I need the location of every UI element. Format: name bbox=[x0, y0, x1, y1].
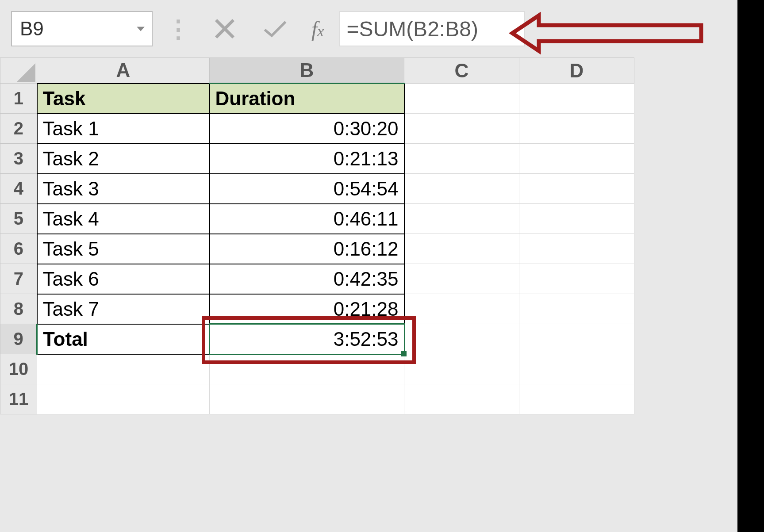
svg-marker-0 bbox=[137, 27, 145, 31]
cell-D10[interactable] bbox=[519, 354, 634, 384]
cell-C10[interactable] bbox=[404, 354, 519, 384]
name-box[interactable]: B9 bbox=[11, 11, 153, 46]
check-icon bbox=[263, 16, 288, 41]
cell-D9[interactable] bbox=[519, 324, 634, 354]
cell-A11[interactable] bbox=[37, 384, 210, 414]
row-header-10[interactable]: 10 bbox=[0, 354, 37, 384]
cell-D5[interactable] bbox=[519, 204, 634, 234]
cell-D11[interactable] bbox=[519, 384, 634, 414]
chevron-down-icon[interactable] bbox=[136, 24, 146, 34]
row-header-3[interactable]: 3 bbox=[0, 144, 37, 174]
cell-D3[interactable] bbox=[519, 144, 634, 174]
row-header-8[interactable]: 8 bbox=[0, 294, 37, 324]
cell-D7[interactable] bbox=[519, 264, 634, 294]
cell-B5[interactable]: 0:46:11 bbox=[210, 204, 404, 234]
cell-A6[interactable]: Task 5 bbox=[37, 234, 210, 264]
cell-C1[interactable] bbox=[404, 84, 519, 114]
name-box-value: B9 bbox=[20, 18, 44, 40]
cell-A5[interactable]: Task 4 bbox=[37, 204, 210, 234]
cell-D4[interactable] bbox=[519, 174, 634, 204]
cell-A10[interactable] bbox=[37, 354, 210, 384]
cell-B10[interactable] bbox=[210, 354, 404, 384]
col-header-B[interactable]: B bbox=[210, 58, 404, 84]
cell-A7[interactable]: Task 6 bbox=[37, 264, 210, 294]
cell-B9[interactable]: 3:52:53 bbox=[210, 324, 404, 354]
formula-input[interactable]: =SUM(B2:B8) bbox=[339, 11, 525, 46]
annotation-arrow-icon bbox=[509, 11, 708, 55]
row-header-9[interactable]: 9 bbox=[0, 324, 37, 354]
cell-C3[interactable] bbox=[404, 144, 519, 174]
svg-marker-1 bbox=[17, 63, 35, 82]
cell-B3[interactable]: 0:21:13 bbox=[210, 144, 404, 174]
spreadsheet-grid[interactable]: A B C D 1 Task Duration 2 Task 1 0:30:20 bbox=[0, 57, 764, 414]
cell-B6[interactable]: 0:16:12 bbox=[210, 234, 404, 264]
row-header-4[interactable]: 4 bbox=[0, 174, 37, 204]
cell-A9[interactable]: Total bbox=[37, 324, 210, 354]
row-header-1[interactable]: 1 bbox=[0, 84, 37, 114]
cell-A8[interactable]: Task 7 bbox=[37, 294, 210, 324]
divider-icon: ⋮ bbox=[161, 15, 195, 43]
row-header-5[interactable]: 5 bbox=[0, 204, 37, 234]
cancel-button[interactable] bbox=[209, 13, 240, 44]
enter-button[interactable] bbox=[260, 13, 291, 44]
col-header-C[interactable]: C bbox=[404, 58, 519, 84]
cell-C5[interactable] bbox=[404, 204, 519, 234]
row-header-2[interactable]: 2 bbox=[0, 114, 37, 144]
cell-C11[interactable] bbox=[404, 384, 519, 414]
cell-B7[interactable]: 0:42:35 bbox=[210, 264, 404, 294]
row-header-7[interactable]: 7 bbox=[0, 264, 37, 294]
row-header-6[interactable]: 6 bbox=[0, 234, 37, 264]
cell-C9[interactable] bbox=[404, 324, 519, 354]
cell-C7[interactable] bbox=[404, 264, 519, 294]
cell-C2[interactable] bbox=[404, 114, 519, 144]
cell-A4[interactable]: Task 3 bbox=[37, 174, 210, 204]
cell-C4[interactable] bbox=[404, 174, 519, 204]
cell-D1[interactable] bbox=[519, 84, 634, 114]
cell-D2[interactable] bbox=[519, 114, 634, 144]
col-header-A[interactable]: A bbox=[37, 58, 210, 84]
cell-C6[interactable] bbox=[404, 234, 519, 264]
cell-A3[interactable]: Task 2 bbox=[37, 144, 210, 174]
x-icon bbox=[212, 16, 237, 41]
row-header-11[interactable]: 11 bbox=[0, 384, 37, 414]
cell-B1[interactable]: Duration bbox=[210, 84, 404, 114]
cell-A1[interactable]: Task bbox=[37, 84, 210, 114]
cell-D8[interactable] bbox=[519, 294, 634, 324]
cell-B4[interactable]: 0:54:54 bbox=[210, 174, 404, 204]
cell-A2[interactable]: Task 1 bbox=[37, 114, 210, 144]
cell-C8[interactable] bbox=[404, 294, 519, 324]
cell-B2[interactable]: 0:30:20 bbox=[210, 114, 404, 144]
select-all-corner[interactable] bbox=[0, 58, 37, 84]
col-header-D[interactable]: D bbox=[519, 58, 634, 84]
cell-D6[interactable] bbox=[519, 234, 634, 264]
insert-function-button[interactable]: fx bbox=[311, 17, 324, 41]
cell-B8[interactable]: 0:21:28 bbox=[210, 294, 404, 324]
cell-B11[interactable] bbox=[210, 384, 404, 414]
